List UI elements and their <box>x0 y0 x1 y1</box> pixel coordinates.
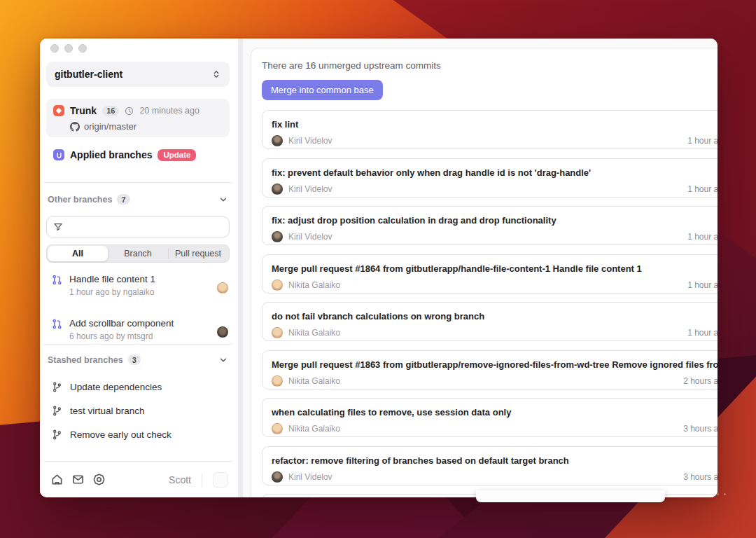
commit-card[interactable]: Merge pull request #1864 from gitbutlera… <box>262 254 718 294</box>
applied-branches-item[interactable]: Applied branches Update <box>46 146 230 163</box>
other-branches-header[interactable]: Other branches 7 <box>46 183 230 205</box>
unfold-chevrons-icon <box>211 69 221 79</box>
commit-card[interactable]: fix: adjust drop position calculation in… <box>262 206 718 245</box>
commit-author: Kiril Videlov <box>288 136 682 146</box>
stashed-branches-section: Stashed branches 3 Update dependencies <box>43 344 232 440</box>
commit-card[interactable]: Merge pull request #1863 from gitbutlera… <box>262 350 718 389</box>
funnel-icon <box>53 222 63 232</box>
window-controls <box>46 39 230 53</box>
project-selector[interactable]: gitbutler-client <box>46 62 230 87</box>
trunk-label: Trunk <box>70 105 97 116</box>
stashed-branches-count-badge: 3 <box>128 354 141 365</box>
merge-into-common-base-button[interactable]: Merge into common base <box>262 80 383 100</box>
stashed-branch-label: Update dependencies <box>70 382 162 392</box>
gitbutler-window: gitbutler-client Trunk 16 20 minutes ago <box>40 39 718 497</box>
author-avatar <box>272 184 283 195</box>
branch-list: Handle file content 1 1 hour ago by ngal… <box>46 274 230 344</box>
avatar <box>217 326 228 338</box>
home-icon[interactable] <box>50 473 64 486</box>
commit-title: refactor: remove filtering of branches b… <box>272 455 718 466</box>
commit-title: do not fail vbranch calculations on wron… <box>272 311 718 322</box>
minimize-button[interactable] <box>64 44 73 53</box>
stashed-branch-item[interactable]: Update dependencies <box>52 382 230 392</box>
stashed-branch-label: test virtual branch <box>70 406 145 416</box>
commit-author: Nikita Galaiko <box>288 376 678 386</box>
commit-title: fix: adjust drop position calculation in… <box>272 215 718 226</box>
clock-icon <box>125 106 134 116</box>
chevron-down-icon[interactable] <box>218 355 228 365</box>
pull-request-icon <box>52 319 62 329</box>
commit-title: fix: prevent default behavior only when … <box>272 167 718 178</box>
trunk-updated-time: 20 minutes ago <box>139 106 199 116</box>
commit-time: 2 hours ago <box>683 376 718 386</box>
commit-card[interactable]: fix: prevent default behavior only when … <box>262 158 718 198</box>
branch-filter-input[interactable] <box>67 222 223 233</box>
sidebar-footer: Scott <box>43 461 232 497</box>
commit-time: 3 hours ago <box>683 424 718 434</box>
stashed-branch-item[interactable]: Remove early out check <box>52 429 230 440</box>
github-icon <box>70 122 80 132</box>
commit-time: 1 hour ago <box>687 136 718 146</box>
author-avatar <box>272 471 283 483</box>
branch-item-title: Add scrollbar component <box>69 318 210 329</box>
stashed-branch-label: Remove early out check <box>70 429 172 440</box>
trunk-icon <box>53 105 64 116</box>
trunk-card[interactable]: Trunk 16 20 minutes ago origin/master <box>46 99 230 137</box>
footer-divider <box>202 473 202 487</box>
mail-icon[interactable] <box>71 473 85 486</box>
commit-author: Nikita Galaiko <box>288 328 682 338</box>
author-avatar <box>272 375 283 387</box>
commit-card[interactable]: fix lint Kiril Videlov 1 hour ago <box>262 110 718 149</box>
commit-title: fix lint <box>272 119 718 130</box>
commit-author: Nikita Galaiko <box>288 424 678 434</box>
commit-time: 1 hour ago <box>687 232 718 242</box>
commit-author: Kiril Videlov <box>288 184 682 194</box>
commit-author: Kiril Videlov <box>288 472 678 482</box>
trunk-count-badge: 16 <box>102 106 119 116</box>
main-area: There are 16 unmerged upstream commits M… <box>243 39 718 497</box>
branch-list-item[interactable]: Handle file content 1 1 hour ago by ngal… <box>46 274 230 297</box>
commit-time: 1 hour ago <box>687 184 718 194</box>
tab-branch[interactable]: Branch <box>108 246 168 261</box>
commit-time: 3 hours ago <box>683 472 718 482</box>
commit-author: Nikita Galaiko <box>288 280 682 290</box>
author-avatar <box>272 280 283 291</box>
upstream-commits-header: There are 16 unmerged upstream commits <box>262 60 718 71</box>
sidebar-resize-handle[interactable] <box>238 39 243 497</box>
commit-card[interactable]: do not fail vbranch calculations on wron… <box>262 302 718 341</box>
close-button[interactable] <box>50 44 59 53</box>
commit-list: fix lint Kiril Videlov 1 hour ago fix: p… <box>262 110 718 497</box>
avatar <box>217 282 228 294</box>
user-avatar[interactable] <box>213 472 228 488</box>
tab-all[interactable]: All <box>48 246 108 261</box>
tab-pull-request[interactable]: Pull request <box>168 246 228 261</box>
commit-title: Merge pull request #1863 from gitbutlera… <box>272 359 718 370</box>
zoom-button[interactable] <box>78 44 87 53</box>
author-avatar <box>272 135 283 146</box>
git-branch-icon <box>52 429 62 440</box>
commit-author: Kiril Videlov <box>288 232 682 242</box>
commit-card[interactable]: refactor: remove filtering of branches b… <box>262 446 718 485</box>
floating-sheet <box>476 490 665 502</box>
chevron-down-icon[interactable] <box>218 195 228 205</box>
author-avatar <box>272 327 283 338</box>
commit-time: 1 hour ago <box>687 280 718 290</box>
commit-title: when calculating files to remove, use se… <box>272 407 718 418</box>
branch-filter[interactable] <box>46 216 230 237</box>
upstream-commits-panel: There are 16 unmerged upstream commits M… <box>251 48 718 497</box>
pull-request-icon <box>52 275 62 285</box>
other-branches-count-badge: 7 <box>117 194 130 205</box>
author-avatar <box>272 423 283 434</box>
stashed-branches-header[interactable]: Stashed branches 3 <box>46 345 230 365</box>
update-badge[interactable]: Update <box>158 149 196 161</box>
other-branches-label: Other branches <box>48 195 112 205</box>
gear-icon[interactable] <box>92 473 106 486</box>
trunk-remote-label: origin/master <box>84 121 136 132</box>
branch-filter-tabs: All Branch Pull request <box>46 244 230 263</box>
author-avatar <box>272 231 283 242</box>
sidebar: gitbutler-client Trunk 16 20 minutes ago <box>40 39 238 497</box>
branch-list-item[interactable]: Add scrollbar component 6 hours ago by m… <box>46 318 230 341</box>
stashed-branch-item[interactable]: test virtual branch <box>52 406 230 416</box>
branch-item-meta: 1 hour ago by ngalaiko <box>69 287 210 297</box>
commit-card[interactable]: when calculating files to remove, use se… <box>262 398 718 437</box>
